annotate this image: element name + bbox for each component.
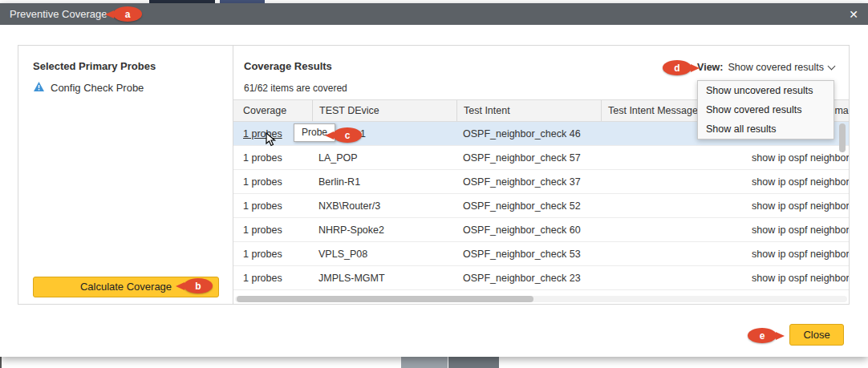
coverage-results-heading: Coverage Results bbox=[244, 60, 332, 72]
test-intent-cell: OSPF_neighbor_check 60 bbox=[456, 224, 601, 236]
vertical-scrollbar-thumb[interactable] bbox=[839, 123, 846, 152]
dropdown-option[interactable]: Show covered results bbox=[698, 100, 834, 119]
close-icon[interactable]: ✕ bbox=[849, 9, 858, 20]
background-fragment bbox=[0, 357, 2, 368]
background-fragment bbox=[448, 357, 499, 368]
table-row[interactable]: 1 probes NXB\Router/3 OSPF_neighbor_chec… bbox=[233, 194, 849, 218]
test-intent-cell: OSPF_neighbor_check 53 bbox=[456, 249, 601, 260]
column-header-device[interactable]: TEST DEvice bbox=[312, 100, 456, 121]
annotation-bubble-d: d bbox=[663, 60, 692, 75]
annotation-bubble-c: c bbox=[333, 127, 362, 143]
command-cell: show ip ospf neighbor bbox=[745, 224, 849, 236]
coverage-summary: 61/62 items are covered bbox=[244, 83, 347, 94]
selected-probes-heading: Selected Primary Probes bbox=[33, 60, 156, 72]
background-fragment bbox=[401, 357, 448, 368]
chevron-down-icon bbox=[828, 62, 836, 70]
table-row[interactable]: 1 probes LA_POP OSPF_neighbor_check 57 s… bbox=[233, 146, 849, 170]
annotation-bubble-b: b bbox=[184, 278, 213, 293]
coverage-cell[interactable]: 1 probes bbox=[233, 249, 312, 260]
device-cell: NHRP-Spoke2 bbox=[312, 224, 456, 236]
view-selected-value: Show covered results bbox=[728, 62, 824, 73]
probe-label: Config Check Probe bbox=[51, 82, 144, 94]
close-button[interactable]: Close bbox=[789, 324, 844, 346]
test-intent-cell: OSPF_neighbor_check 57 bbox=[456, 152, 601, 164]
command-cell: show ip ospf neighbor bbox=[745, 152, 849, 164]
device-cell: JMPLS-MGMT bbox=[312, 273, 456, 284]
selected-probes-panel: Selected Primary Probes Config Check Pro… bbox=[18, 46, 233, 304]
device-cell: Berlin-R1 bbox=[312, 176, 456, 188]
mouse-cursor-icon bbox=[266, 132, 277, 150]
test-intent-cell: OSPF_neighbor_check 52 bbox=[456, 200, 601, 212]
column-header-coverage[interactable]: Coverage bbox=[233, 100, 312, 121]
device-cell: VPLS_P08 bbox=[312, 249, 456, 260]
command-cell: show ip ospf neighbor bbox=[745, 249, 849, 260]
horizontal-scrollbar-thumb[interactable] bbox=[237, 296, 533, 302]
device-cell: LA_POP bbox=[312, 152, 456, 164]
coverage-cell[interactable]: 1 probes bbox=[233, 152, 312, 164]
device-cell: NXB\Router/3 bbox=[312, 200, 456, 212]
horizontal-scrollbar[interactable] bbox=[235, 296, 847, 302]
coverage-cell[interactable]: 1 probes bbox=[233, 176, 312, 188]
coverage-cell[interactable]: 1 probes bbox=[233, 200, 312, 212]
view-dropdown-menu: Show uncovered resultsShow covered resul… bbox=[697, 80, 834, 140]
annotation-bubble-e: e bbox=[748, 328, 777, 343]
annotation-bubble-a: a bbox=[113, 6, 142, 22]
command-cell: show ip ospf neighbor bbox=[745, 273, 849, 284]
probe-icon bbox=[33, 81, 45, 95]
test-intent-cell: OSPF_neighbor_check 46 bbox=[456, 128, 601, 140]
table-row[interactable]: 1 probes NHRP-Spoke2 OSPF_neighbor_check… bbox=[233, 218, 849, 242]
preventive-coverage-dialog: Preventive Coverage ✕ Selected Primary P… bbox=[0, 3, 868, 357]
view-label: View: bbox=[697, 62, 723, 73]
coverage-cell[interactable]: 1 probes bbox=[233, 224, 312, 236]
column-header-test-intent[interactable]: Test Intent bbox=[456, 100, 601, 121]
view-dropdown[interactable]: View: Show covered results bbox=[697, 62, 834, 73]
test-intent-cell: OSPF_neighbor_check 23 bbox=[456, 273, 601, 284]
command-cell: show ip ospf neighbor bbox=[745, 176, 849, 188]
dropdown-option[interactable]: Show uncovered results bbox=[698, 81, 834, 100]
table-row[interactable]: 1 probes Berlin-R1 OSPF_neighbor_check 3… bbox=[233, 170, 849, 194]
dropdown-option[interactable]: Show all results bbox=[698, 119, 834, 139]
table-row[interactable]: 1 probes VPLS_P08 OSPF_neighbor_check 53… bbox=[233, 242, 849, 266]
probe-list-item[interactable]: Config Check Probe bbox=[33, 81, 144, 95]
command-cell: show ip ospf neighbor bbox=[745, 200, 849, 212]
table-body: 1 probes 1 OSPF_neighbor_check 46 1 prob… bbox=[233, 122, 849, 290]
dialog-title: Preventive Coverage bbox=[10, 8, 107, 20]
test-intent-cell: OSPF_neighbor_check 37 bbox=[456, 176, 601, 188]
coverage-cell[interactable]: 1 probes bbox=[233, 273, 312, 284]
table-row[interactable]: 1 probes JMPLS-MGMT OSPF_neighbor_check … bbox=[233, 266, 849, 290]
